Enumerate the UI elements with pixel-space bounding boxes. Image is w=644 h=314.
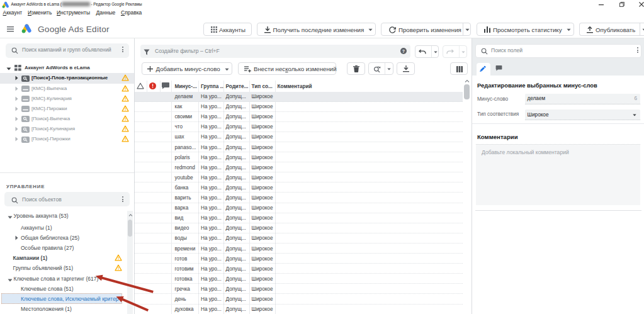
svg-text:?: ?	[402, 49, 405, 53]
